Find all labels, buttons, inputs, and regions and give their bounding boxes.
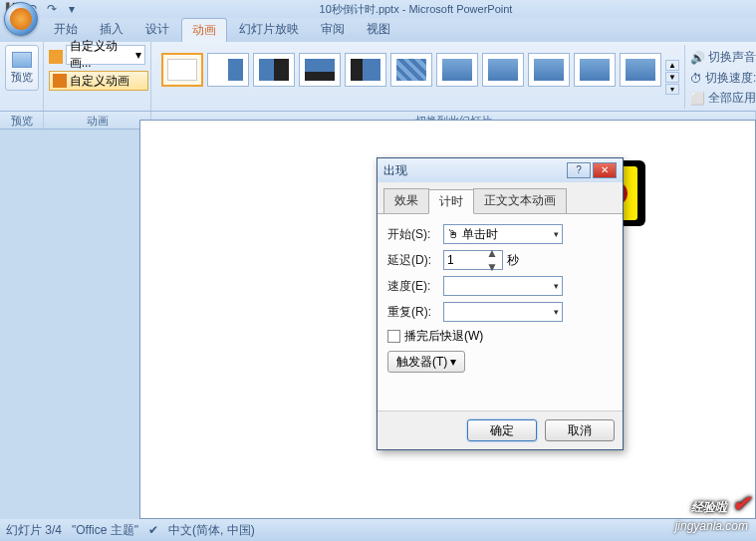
- animation-dropdown-value: 自定义动画...: [70, 38, 135, 72]
- tab-text-anim[interactable]: 正文文本动画: [473, 188, 567, 213]
- rewind-checkbox[interactable]: [387, 330, 400, 343]
- chevron-down-icon: ▾: [554, 229, 559, 239]
- window-title: 10秒倒计时.pptx - Microsoft PowerPoint: [80, 2, 752, 17]
- start-value: 单击时: [462, 226, 498, 243]
- dialog-footer: 确定 取消: [378, 410, 623, 449]
- delay-spinner[interactable]: 1 ▲▼: [443, 250, 503, 270]
- watermark: 经验啦 ✔: [691, 491, 750, 517]
- transition-item[interactable]: [207, 53, 249, 87]
- dialog-title: 出现: [383, 162, 567, 179]
- spin-up-icon[interactable]: ▲: [486, 246, 498, 260]
- dialog-body: 开始(S): 🖱 单击时 ▾ 延迟(D): 1 ▲▼ 秒 速度(E): ▾ 重复…: [378, 214, 623, 410]
- dialog-tabs: 效果 计时 正文文本动画: [378, 182, 623, 214]
- transition-options: 🔊切换声音:[无声 ⏱切换速度:快速 ⬜全部应用: [684, 45, 756, 109]
- animation-dropdown[interactable]: 自定义动画... ▾: [66, 45, 145, 65]
- gallery-more[interactable]: ▲ ▼ ▾: [665, 53, 679, 101]
- ok-button[interactable]: 确定: [467, 419, 537, 441]
- transition-item[interactable]: [620, 53, 661, 87]
- qat-dropdown-icon[interactable]: ▾: [64, 1, 80, 17]
- trigger-button[interactable]: 触发器(T) ▾: [387, 351, 465, 373]
- tab-timing[interactable]: 计时: [428, 189, 474, 214]
- custom-anim-label: 自定义动画: [70, 73, 129, 90]
- transition-item[interactable]: [299, 53, 341, 87]
- chevron-down-icon: ▾: [554, 307, 559, 317]
- transition-gallery[interactable]: ▲ ▼ ▾: [156, 45, 684, 109]
- slide-counter: 幻灯片 3/4: [6, 522, 62, 539]
- speed-label2: 速度(E):: [387, 278, 439, 295]
- status-bar: 幻灯片 3/4 "Office 主题" ✔ 中文(简体, 中国): [0, 519, 756, 541]
- transition-item[interactable]: [345, 53, 386, 87]
- anim-icon: [49, 50, 63, 64]
- help-button[interactable]: ?: [567, 162, 591, 178]
- transition-item[interactable]: [390, 53, 432, 87]
- transition-item[interactable]: [574, 53, 616, 87]
- transition-item[interactable]: [436, 53, 478, 87]
- tab-slideshow[interactable]: 幻灯片放映: [229, 18, 309, 42]
- group-transitions: ▲ ▼ ▾ 🔊切换声音:[无声 ⏱切换速度:快速 ⬜全部应用: [151, 42, 756, 111]
- custom-animation-button[interactable]: 自定义动画: [49, 71, 148, 91]
- start-dropdown[interactable]: 🖱 单击时 ▾: [443, 224, 563, 244]
- theme-name: "Office 主题": [72, 522, 138, 539]
- group-label-preview: 预览: [0, 112, 44, 129]
- group-animation: 自定义动画... ▾ 自定义动画: [44, 42, 151, 111]
- preview-button[interactable]: 预览: [5, 45, 39, 91]
- redo-icon[interactable]: ↷: [44, 1, 60, 17]
- tab-view[interactable]: 视图: [357, 18, 400, 42]
- tab-effect[interactable]: 效果: [383, 188, 429, 213]
- watermark-text: 经验啦: [691, 500, 727, 514]
- apply-all-label: 全部应用: [708, 90, 756, 107]
- trigger-label: 触发器(T): [396, 354, 447, 371]
- group-preview: 预览: [0, 42, 44, 111]
- tab-review[interactable]: 审阅: [311, 18, 355, 42]
- mouse-icon: 🖱: [447, 227, 459, 241]
- apply-all-icon: ⬜: [690, 92, 705, 106]
- watermark-url: jingyanla.com: [675, 519, 748, 533]
- delay-value: 1: [447, 253, 485, 267]
- chevron-down-icon: ▾: [450, 355, 456, 369]
- tab-animations[interactable]: 动画: [181, 18, 227, 42]
- chevron-down-icon: ▾: [554, 281, 559, 291]
- effect-options-dialog: 出现 ? ✕ 效果 计时 正文文本动画 开始(S): 🖱 单击时 ▾ 延迟(D)…: [377, 157, 624, 450]
- speed-dropdown[interactable]: ▾: [443, 276, 563, 296]
- transition-item[interactable]: [528, 53, 570, 87]
- scroll-down-icon[interactable]: ▼: [665, 72, 679, 83]
- expand-icon[interactable]: ▾: [665, 84, 679, 95]
- rewind-label: 播完后快退(W): [404, 328, 483, 345]
- preview-icon: [12, 52, 32, 68]
- speed-label: 切换速度:: [705, 70, 756, 87]
- ribbon: 预览 自定义动画... ▾ 自定义动画: [0, 42, 756, 112]
- close-button[interactable]: ✕: [593, 162, 617, 178]
- dialog-titlebar[interactable]: 出现 ? ✕: [378, 158, 623, 182]
- check-icon: ✔: [732, 491, 750, 516]
- delay-label: 延迟(D):: [387, 252, 439, 269]
- title-bar: 💾 ↶ ↷ ▾ 10秒倒计时.pptx - Microsoft PowerPoi…: [0, 0, 756, 18]
- transition-none[interactable]: [161, 53, 203, 87]
- scroll-up-icon[interactable]: ▲: [665, 60, 679, 71]
- speaker-icon: 🔊: [690, 51, 705, 65]
- transition-item[interactable]: [482, 53, 524, 87]
- repeat-label: 重复(R):: [387, 304, 439, 321]
- repeat-dropdown[interactable]: ▾: [443, 302, 563, 322]
- office-button[interactable]: [4, 2, 38, 36]
- tab-design[interactable]: 设计: [135, 18, 179, 42]
- start-label: 开始(S):: [387, 226, 439, 243]
- transition-item[interactable]: [253, 53, 295, 87]
- cancel-button[interactable]: 取消: [545, 419, 615, 441]
- preview-label: 预览: [11, 70, 33, 85]
- spin-down-icon[interactable]: ▼: [486, 260, 498, 274]
- spellcheck-icon[interactable]: ✔: [148, 523, 158, 537]
- group-label-animation: 动画: [44, 112, 151, 129]
- custom-anim-icon: [53, 74, 67, 88]
- apply-all-button[interactable]: ⬜全部应用: [690, 90, 756, 107]
- sound-label: 切换声音:: [708, 49, 756, 66]
- delay-unit: 秒: [507, 252, 519, 269]
- speed-icon: ⏱: [690, 72, 702, 86]
- language-indicator[interactable]: 中文(简体, 中国): [168, 522, 255, 539]
- chevron-down-icon: ▾: [135, 48, 141, 62]
